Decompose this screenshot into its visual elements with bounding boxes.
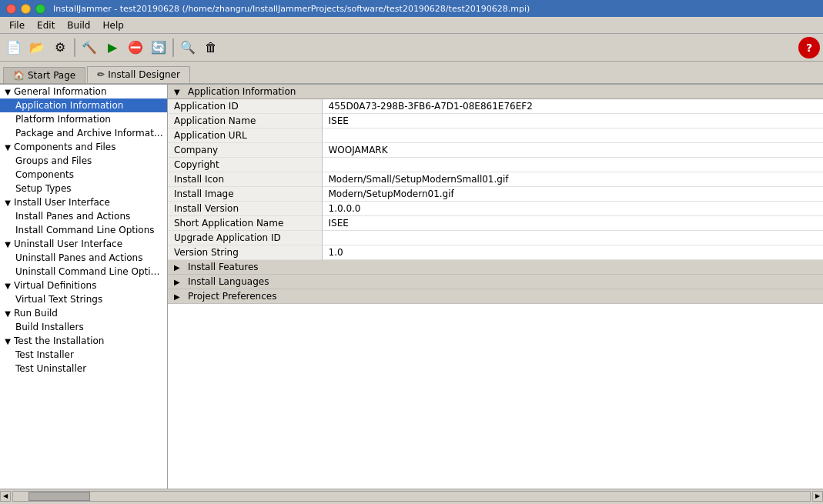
sidebar-section-install-ui[interactable]: ▼ Install User Interface xyxy=(0,195,167,209)
table-row[interactable]: Application NameISEE xyxy=(168,114,823,129)
toggle-virtual-icon: ▼ xyxy=(3,281,12,290)
sidebar-item-package-info[interactable]: Package and Archive Information xyxy=(0,126,167,140)
sidebar-item-uninstall-panes[interactable]: Uninstall Panes and Actions xyxy=(0,251,167,265)
titlebar: InstallJammer - test20190628 (/home/zhan… xyxy=(0,0,823,17)
prop-key: Install Version xyxy=(168,202,322,216)
scroll-left-arrow[interactable]: ◀ xyxy=(0,491,11,502)
scroll-thumb[interactable] xyxy=(28,492,90,501)
sidebar-item-build-installers[interactable]: Build Installers xyxy=(0,320,167,334)
prop-value[interactable]: WOOJAMARK xyxy=(322,143,823,158)
prop-value[interactable] xyxy=(322,158,823,172)
table-row[interactable]: Upgrade Application ID xyxy=(168,231,823,245)
table-row[interactable]: CompanyWOOJAMARK xyxy=(168,143,823,158)
menubar: File Edit Build Help xyxy=(0,17,823,34)
settings-button[interactable]: ⚙ xyxy=(49,37,71,58)
sidebar-section-uninstall-ui-label: Uninstall User Interface xyxy=(14,239,122,249)
toggle-uninstall-ui-icon: ▼ xyxy=(3,239,12,249)
collapsible-section-label: Install Languages xyxy=(188,276,269,287)
toggle-components-icon: ▼ xyxy=(3,142,12,152)
tab-install-designer[interactable]: ✏ Install Designer xyxy=(87,66,190,83)
collapsible-section-header[interactable]: ▶Install Features xyxy=(168,260,823,275)
table-row[interactable]: Application URL xyxy=(168,129,823,143)
delete-button[interactable]: 🗑 xyxy=(200,37,222,58)
build-button[interactable]: 🔨 xyxy=(79,37,100,58)
bottom-scrollbar: ◀ ▶ xyxy=(0,489,823,502)
sidebar-item-app-info[interactable]: Application Information xyxy=(0,98,167,112)
collapsible-section-header[interactable]: ▶Install Languages xyxy=(168,275,823,289)
refresh-button[interactable]: 🔄 xyxy=(148,37,169,58)
table-row[interactable]: Version String1.0 xyxy=(168,245,823,260)
prop-value[interactable]: ISEE xyxy=(322,114,823,129)
scroll-right-arrow[interactable]: ▶ xyxy=(812,491,823,502)
horizontal-scrollbar[interactable] xyxy=(12,491,811,502)
menu-file[interactable]: File xyxy=(3,18,31,32)
maximize-btn[interactable] xyxy=(35,4,45,14)
sidebar-section-test[interactable]: ▼ Test the Installation xyxy=(0,334,167,348)
designer-icon: ✏ xyxy=(97,69,105,80)
sidebar-section-test-label: Test the Installation xyxy=(14,335,104,346)
table-row[interactable]: Install Version1.0.0.0 xyxy=(168,202,823,216)
prop-value[interactable] xyxy=(322,129,823,143)
sidebar-section-run-build[interactable]: ▼ Run Build xyxy=(0,306,167,320)
table-row[interactable]: Short Application NameISEE xyxy=(168,216,823,231)
new-button[interactable]: 📄 xyxy=(3,37,25,58)
window-title: InstallJammer - test20190628 (/home/zhan… xyxy=(53,4,530,14)
run-button[interactable]: ▶ xyxy=(102,37,123,58)
sidebar-item-virtual-text[interactable]: Virtual Text Strings xyxy=(0,292,167,306)
sidebar-item-setup-types[interactable]: Setup Types xyxy=(0,182,167,195)
open-button[interactable]: 📂 xyxy=(26,37,48,58)
tab-start-page[interactable]: 🏠 Start Page xyxy=(3,67,85,83)
prop-value[interactable]: 1.0.0.0 xyxy=(322,202,823,216)
prop-value[interactable]: ISEE xyxy=(322,216,823,231)
menu-edit[interactable]: Edit xyxy=(31,18,61,32)
search-button[interactable]: 🔍 xyxy=(177,37,199,58)
menu-help[interactable]: Help xyxy=(96,18,129,32)
sidebar-item-platform-info[interactable]: Platform Information xyxy=(0,112,167,126)
sidebar-section-uninstall-ui[interactable]: ▼ Uninstall User Interface xyxy=(0,237,167,251)
prop-value[interactable]: Modern/SetupModern01.gif xyxy=(322,187,823,202)
prop-value[interactable]: 455D0A73-298B-3FB6-A7D1-08E861E76EF2 xyxy=(322,99,823,114)
sidebar-section-install-ui-label: Install User Interface xyxy=(14,197,110,208)
collapsible-toggle-icon: ▶ xyxy=(174,292,185,301)
menu-build[interactable]: Build xyxy=(61,18,96,32)
stop-button[interactable]: ⛔ xyxy=(125,37,146,58)
sidebar-item-components[interactable]: Components xyxy=(0,168,167,182)
toggle-general-icon: ▼ xyxy=(3,87,12,96)
sidebar-section-virtual[interactable]: ▼ Virtual Definitions xyxy=(0,279,167,292)
content-area: ▼ Application Information Application ID… xyxy=(168,85,823,489)
toggle-test-icon: ▼ xyxy=(3,336,12,345)
prop-value[interactable]: 1.0 xyxy=(322,245,823,260)
section-toggle-icon: ▼ xyxy=(174,88,185,96)
table-row[interactable]: Copyright xyxy=(168,158,823,172)
sidebar-item-groups-files[interactable]: Groups and Files xyxy=(0,154,167,168)
prop-key: Company xyxy=(168,143,322,158)
minimize-btn[interactable] xyxy=(21,4,31,14)
sidebar-section-general[interactable]: ▼ General Information xyxy=(0,85,167,98)
prop-value[interactable]: Modern/Small/SetupModernSmall01.gif xyxy=(322,172,823,187)
sidebar-item-test-uninstaller[interactable]: Test Uninstaller xyxy=(0,362,167,375)
prop-key: Application Name xyxy=(168,114,322,129)
toggle-install-ui-icon: ▼ xyxy=(3,198,12,207)
table-row[interactable]: Install ImageModern/SetupModern01.gif xyxy=(168,187,823,202)
prop-value[interactable] xyxy=(322,231,823,245)
table-row[interactable]: Application ID455D0A73-298B-3FB6-A7D1-08… xyxy=(168,99,823,114)
sidebar-item-install-cmdline[interactable]: Install Command Line Options xyxy=(0,223,167,237)
home-icon: 🏠 xyxy=(13,70,25,81)
collapsible-toggle-icon: ▶ xyxy=(174,278,185,286)
sidebar-item-test-installer[interactable]: Test Installer xyxy=(0,348,167,362)
collapsible-toggle-icon: ▶ xyxy=(174,263,185,272)
close-btn[interactable] xyxy=(6,4,16,14)
prop-key: Application ID xyxy=(168,99,322,114)
sidebar-item-install-panes[interactable]: Install Panes and Actions xyxy=(0,209,167,223)
toggle-run-build-icon: ▼ xyxy=(3,309,12,318)
prop-key: Upgrade Application ID xyxy=(168,231,322,245)
app-info-section-header[interactable]: ▼ Application Information xyxy=(168,85,823,99)
sidebar-section-general-label: General Information xyxy=(14,86,107,97)
prop-key: Application URL xyxy=(168,129,322,143)
collapsible-section-header[interactable]: ▶Project Preferences xyxy=(168,289,823,304)
help-button[interactable]: ? xyxy=(798,37,820,58)
table-row[interactable]: Install IconModern/Small/SetupModernSmal… xyxy=(168,172,823,187)
tab-install-designer-label: Install Designer xyxy=(108,69,180,80)
sidebar-section-components[interactable]: ▼ Components and Files xyxy=(0,140,167,154)
sidebar-item-uninstall-cmdline[interactable]: Uninstall Command Line Options xyxy=(0,265,167,279)
